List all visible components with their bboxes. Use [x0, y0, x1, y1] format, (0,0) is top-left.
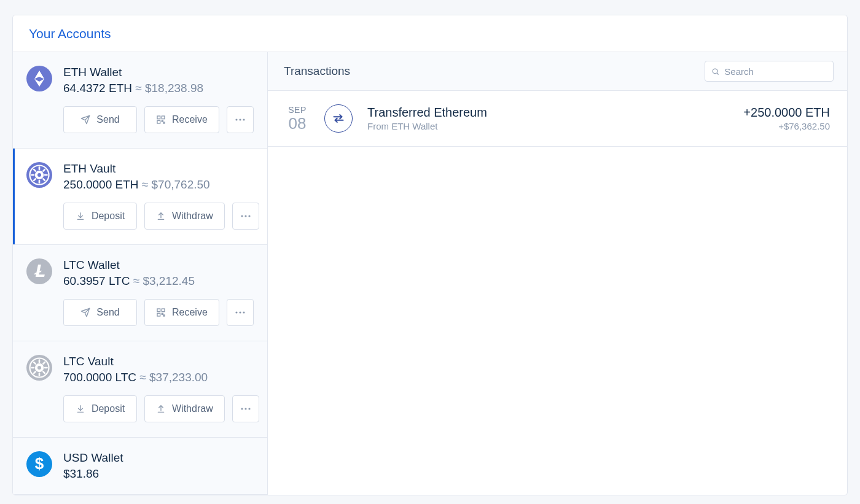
account-balance: 700.0000 LTC ≈ $37,233.00: [63, 371, 259, 384]
account-item-usd-wallet[interactable]: $USD Wallet$31.86: [13, 438, 267, 495]
svg-rect-7: [162, 116, 165, 119]
approx-symbol: ≈: [136, 371, 149, 384]
svg-marker-1: [39, 71, 44, 79]
account-item-eth-wallet[interactable]: ETH Wallet64.4372 ETH ≈ $18,238.98SendRe…: [13, 52, 267, 149]
account-fiat-balance: $18,238.98: [145, 82, 203, 95]
svg-rect-37: [162, 313, 163, 314]
download-icon: [76, 404, 85, 414]
transaction-amount-fiat: +$76,362.50: [743, 121, 830, 131]
deposit-button[interactable]: Deposit: [63, 203, 137, 230]
svg-rect-38: [163, 315, 165, 316]
account-name: ETH Wallet: [63, 66, 254, 79]
transaction-subtitle: From ETH Wallet: [367, 121, 729, 131]
card-header: Your Accounts: [13, 15, 847, 52]
accounts-sidebar: ETH Wallet64.4372 ETH ≈ $18,238.98SendRe…: [13, 52, 268, 495]
svg-point-31: [248, 215, 250, 217]
svg-line-49: [34, 362, 36, 364]
send-button[interactable]: Send: [63, 106, 137, 133]
account-item-eth-vault[interactable]: ETH Vault250.0000 ETH ≈ $70,762.50Deposi…: [13, 149, 267, 245]
more-button[interactable]: [232, 395, 259, 422]
send-icon: [80, 115, 90, 125]
withdraw-button[interactable]: Withdraw: [144, 203, 225, 230]
deposit-button[interactable]: Deposit: [63, 395, 137, 422]
vault-icon: [26, 355, 52, 381]
account-fiat-balance: $37,233.00: [149, 371, 208, 384]
svg-point-41: [243, 311, 244, 313]
account-name: LTC Wallet: [63, 258, 254, 272]
send-icon: [80, 308, 90, 317]
transaction-date: SEP08: [285, 105, 310, 133]
svg-text:$: $: [35, 454, 44, 473]
more-button[interactable]: [227, 106, 254, 133]
transaction-icon: [324, 104, 353, 133]
account-item-ltc-vault[interactable]: LTC Vault700.0000 LTC ≈ $37,233.00Deposi…: [13, 341, 267, 438]
send-button-label: Send: [96, 114, 119, 125]
svg-rect-34: [157, 309, 160, 312]
svg-line-62: [717, 72, 718, 74]
search-box[interactable]: [705, 61, 834, 82]
svg-line-23: [34, 179, 36, 180]
svg-point-59: [248, 408, 250, 409]
svg-rect-35: [162, 309, 165, 312]
svg-rect-10: [163, 122, 165, 123]
account-actions: SendReceive: [63, 299, 254, 326]
account-actions: SendReceive: [63, 106, 254, 133]
deposit-button-label: Deposit: [92, 211, 125, 222]
svg-point-58: [244, 408, 246, 409]
transaction-amount: +250.0000 ETH+$76,362.50: [743, 106, 830, 131]
transactions-title: Transactions: [284, 64, 350, 78]
account-crypto-balance: 64.4372 ETH: [63, 82, 132, 95]
download-icon: [76, 211, 85, 221]
more-icon: [235, 311, 245, 314]
upload-icon: [156, 211, 166, 221]
account-fiat-balance: $70,762.50: [152, 178, 210, 191]
transfer-icon: [330, 110, 346, 126]
search-icon: [711, 67, 719, 76]
account-icon: [26, 66, 52, 91]
svg-rect-36: [157, 313, 160, 316]
account-fiat-balance: $3,212.45: [143, 274, 195, 287]
svg-line-51: [34, 371, 36, 373]
svg-line-24: [43, 169, 45, 171]
account-name: USD Wallet: [63, 451, 252, 465]
transaction-row[interactable]: SEP08Transferred EthereumFrom ETH Wallet…: [268, 91, 847, 147]
account-icon: [26, 355, 52, 381]
account-name: LTC Vault: [63, 355, 259, 368]
account-crypto-balance: 60.3957 LTC: [63, 274, 130, 287]
page-title: Your Accounts: [29, 26, 831, 41]
account-balance: 250.0000 ETH ≈ $70,762.50: [63, 178, 259, 192]
transaction-description: Transferred EthereumFrom ETH Wallet: [367, 106, 729, 131]
withdraw-button[interactable]: Withdraw: [144, 395, 225, 422]
more-button[interactable]: [232, 203, 259, 230]
account-body: LTC Vault700.0000 LTC ≈ $37,233.00Deposi…: [63, 355, 259, 422]
svg-line-50: [43, 371, 45, 373]
account-balance: $31.86: [63, 467, 252, 481]
more-button[interactable]: [227, 299, 254, 326]
svg-point-40: [239, 311, 241, 313]
svg-point-30: [244, 215, 246, 217]
svg-rect-6: [157, 116, 160, 119]
dollar-icon: $: [26, 451, 52, 477]
send-button[interactable]: Send: [63, 299, 137, 326]
account-balance: 60.3957 LTC ≈ $3,212.45: [63, 274, 254, 288]
transactions-panel: Transactions SEP08Transferred EthereumFr…: [268, 52, 847, 495]
approx-symbol: ≈: [132, 82, 145, 95]
account-icon: [26, 258, 52, 284]
upload-icon: [156, 404, 166, 414]
more-icon: [241, 215, 251, 217]
svg-point-29: [241, 215, 243, 217]
account-item-ltc-wallet[interactable]: LTC Wallet60.3957 LTC ≈ $3,212.45SendRec…: [13, 245, 267, 341]
search-input[interactable]: [724, 66, 827, 77]
account-icon: $: [26, 451, 52, 477]
receive-button[interactable]: Receive: [144, 106, 219, 133]
transaction-day: 08: [285, 115, 310, 133]
svg-point-12: [239, 118, 241, 120]
svg-line-52: [43, 362, 45, 364]
svg-rect-9: [162, 120, 163, 122]
transaction-amount-crypto: +250.0000 ETH: [743, 106, 830, 120]
transactions-header: Transactions: [268, 52, 847, 91]
approx-symbol: ≈: [139, 178, 152, 191]
receive-button[interactable]: Receive: [144, 299, 219, 326]
account-body: ETH Vault250.0000 ETH ≈ $70,762.50Deposi…: [63, 162, 259, 230]
deposit-button-label: Deposit: [92, 403, 125, 414]
